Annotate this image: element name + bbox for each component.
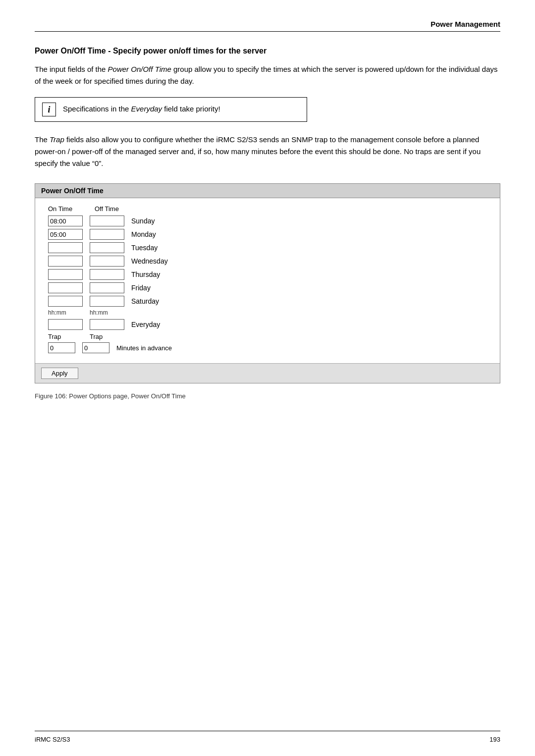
wednesday-label: Wednesday <box>131 257 181 265</box>
footer: iRMC S2/S3 193 <box>35 736 500 743</box>
everyday-on-input[interactable] <box>48 319 83 330</box>
friday-off-input[interactable] <box>90 282 124 293</box>
hhmm-off-label: hh:mm <box>90 309 124 316</box>
tuesday-on-input[interactable] <box>48 242 83 253</box>
info-icon: i <box>42 103 56 116</box>
info-box: i Specifications in the Everyday field t… <box>35 97 307 122</box>
time-columns-header: On Time Off Time <box>48 205 492 213</box>
section-body: The input fields of the Power On/Off Tim… <box>35 63 500 87</box>
sunday-off-input[interactable] <box>90 216 124 226</box>
footer-left: iRMC S2/S3 <box>35 736 70 743</box>
footer-right: 193 <box>489 736 500 743</box>
everyday-row: Everyday <box>48 319 492 330</box>
time-row-saturday: Saturday <box>48 296 492 307</box>
minutes-label: Minutes in advance <box>116 344 172 352</box>
tuesday-label: Tuesday <box>131 244 181 252</box>
footer-rule <box>35 731 500 731</box>
trap-off-label: Trap <box>90 333 124 340</box>
friday-on-input[interactable] <box>48 282 83 293</box>
saturday-off-input[interactable] <box>90 296 124 307</box>
trap-labels-row: Trap Trap <box>48 333 492 340</box>
off-time-col-label: Off Time <box>95 205 134 213</box>
trap-row: Minutes in advance <box>48 342 492 353</box>
hhmm-labels: hh:mm hh:mm <box>48 309 492 316</box>
sunday-label: Sunday <box>131 217 181 225</box>
wednesday-off-input[interactable] <box>90 256 124 267</box>
time-row-thursday: Thursday <box>48 269 492 280</box>
time-row-friday: Friday <box>48 282 492 293</box>
monday-off-input[interactable] <box>90 229 124 240</box>
hhmm-on-label: hh:mm <box>48 309 83 316</box>
monday-on-input[interactable] <box>48 229 83 240</box>
thursday-label: Thursday <box>131 270 181 278</box>
section-title: Power On/Off Time - Specify power on/off… <box>35 47 500 55</box>
power-onoff-time-table: Power On/Off Time On Time Off Time Sunda… <box>35 183 500 383</box>
power-table-body: On Time Off Time Sunday Monday Tuesday <box>35 198 500 363</box>
saturday-on-input[interactable] <box>48 296 83 307</box>
saturday-label: Saturday <box>131 297 181 305</box>
figure-caption: Figure 106: Power Options page, Power On… <box>35 392 500 400</box>
friday-label: Friday <box>131 284 181 292</box>
trap-off-input[interactable] <box>82 342 109 353</box>
power-table-header: Power On/Off Time <box>35 184 500 198</box>
info-box-text: Specifications in the Everyday field tak… <box>63 103 220 115</box>
on-time-col-label: On Time <box>48 205 88 213</box>
thursday-on-input[interactable] <box>48 269 83 280</box>
time-row-tuesday: Tuesday <box>48 242 492 253</box>
header-title: Power Management <box>35 20 500 28</box>
trap-on-label: Trap <box>48 333 83 340</box>
trap-description: The Trap fields also allow you to config… <box>35 134 500 169</box>
header-rule <box>35 31 500 32</box>
wednesday-on-input[interactable] <box>48 256 83 267</box>
tuesday-off-input[interactable] <box>90 242 124 253</box>
time-row-wednesday: Wednesday <box>48 256 492 267</box>
time-row-monday: Monday <box>48 229 492 240</box>
everyday-label: Everyday <box>131 321 160 328</box>
thursday-off-input[interactable] <box>90 269 124 280</box>
apply-row: Apply <box>35 363 500 383</box>
monday-label: Monday <box>131 230 181 238</box>
apply-button[interactable]: Apply <box>41 368 78 379</box>
everyday-off-input[interactable] <box>90 319 124 330</box>
sunday-on-input[interactable] <box>48 216 83 226</box>
trap-on-input[interactable] <box>48 342 75 353</box>
time-row-sunday: Sunday <box>48 216 492 226</box>
